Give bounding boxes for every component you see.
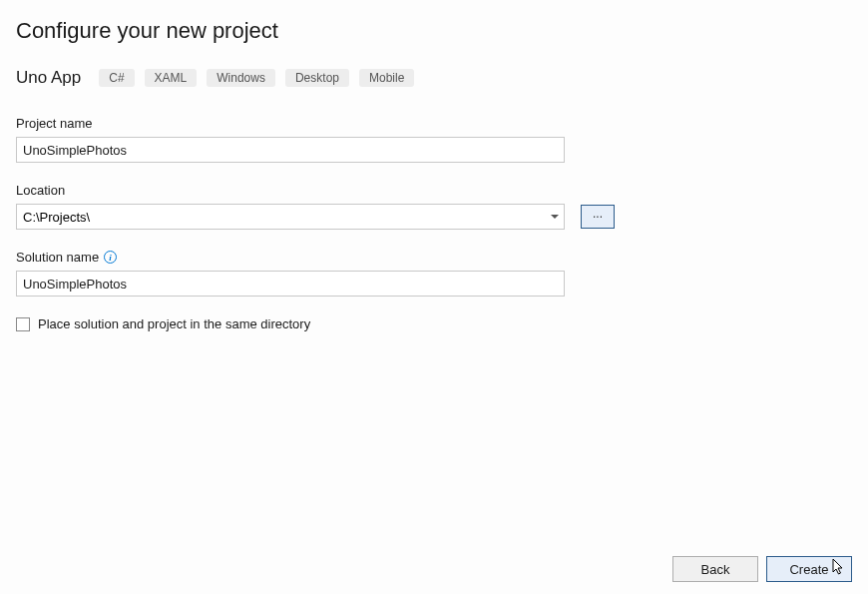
location-group: Location ... <box>16 183 852 230</box>
same-directory-row: Place solution and project in the same d… <box>16 316 852 331</box>
footer: Back Create <box>672 556 852 582</box>
back-button[interactable]: Back <box>672 556 758 582</box>
same-directory-label: Place solution and project in the same d… <box>38 316 310 331</box>
browse-button[interactable]: ... <box>581 205 615 229</box>
tag-windows: Windows <box>207 69 275 87</box>
location-input[interactable] <box>16 204 565 230</box>
create-button[interactable]: Create <box>766 556 852 582</box>
tag-csharp: C# <box>99 69 134 87</box>
solution-name-label: Solution name <box>16 250 99 265</box>
location-label: Location <box>16 183 852 198</box>
tag-xaml: XAML <box>145 69 198 87</box>
project-name-label: Project name <box>16 116 852 131</box>
project-name-input[interactable] <box>16 137 565 163</box>
template-row: Uno App C# XAML Windows Desktop Mobile <box>16 68 852 88</box>
same-directory-checkbox[interactable] <box>16 317 30 331</box>
template-name: Uno App <box>16 68 81 88</box>
solution-name-input[interactable] <box>16 271 565 297</box>
page-title: Configure your new project <box>16 18 852 44</box>
solution-name-group: Solution name i <box>16 250 852 297</box>
info-icon[interactable]: i <box>104 251 117 264</box>
tag-desktop: Desktop <box>285 69 349 87</box>
tag-mobile: Mobile <box>359 69 414 87</box>
project-name-group: Project name <box>16 116 852 163</box>
